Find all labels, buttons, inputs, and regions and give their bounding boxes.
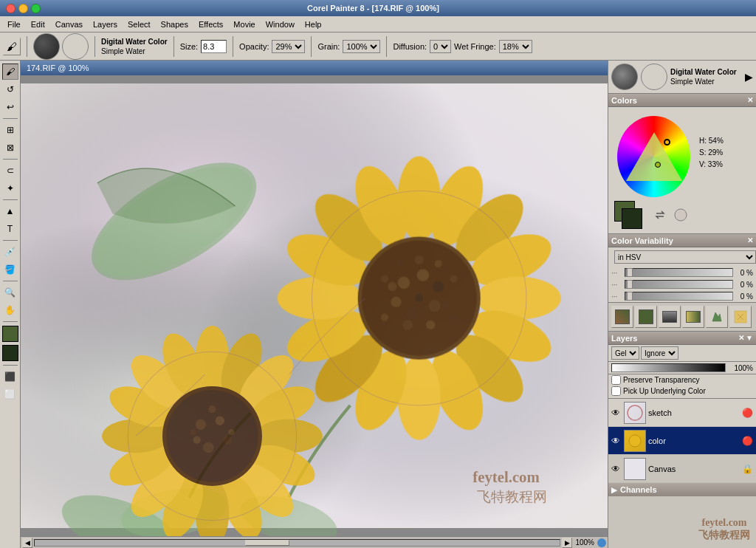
layers-menu-button[interactable]: ▼: [746, 334, 753, 342]
scroll-left-button[interactable]: ◀: [22, 538, 32, 548]
variability-thumb-1[interactable]: [627, 268, 633, 277]
zoom-tool[interactable]: 🔍: [2, 284, 18, 301]
layer-item-canvas[interactable]: 👁 Canvas 🔒: [608, 455, 756, 483]
colors-close-button[interactable]: ✕: [747, 96, 753, 104]
smear-tool[interactable]: ↺: [2, 81, 18, 97]
sketch-visibility-icon[interactable]: 👁: [611, 408, 622, 418]
composite-select[interactable]: Ignore: [641, 346, 678, 360]
color-visibility-icon[interactable]: 👁: [611, 436, 622, 446]
menu-layers[interactable]: Layers: [89, 18, 122, 30]
opacity-slider[interactable]: [611, 363, 726, 372]
s-value: S: 29%: [699, 147, 724, 159]
brush-type-icon[interactable]: [62, 33, 89, 60]
color-tool-3[interactable]: [659, 306, 681, 328]
svg-point-39: [414, 256, 423, 264]
variability-slider-1[interactable]: [625, 268, 733, 277]
close-button[interactable]: [6, 4, 16, 13]
background-color-swatch[interactable]: [2, 345, 18, 361]
layers-close-button[interactable]: ✕: [738, 334, 744, 342]
painting-canvas: feytel.com 飞特教程网 bitsCN.com: [21, 75, 608, 536]
pick-underlying-checkbox[interactable]: [611, 386, 621, 396]
foreground-color-swatch[interactable]: [2, 326, 18, 342]
horizontal-scrollbar[interactable]: ◀ ▶ 100%: [21, 536, 608, 548]
menu-effects[interactable]: Effects: [194, 18, 227, 30]
background-swatch[interactable]: [622, 208, 642, 229]
variability-close-button[interactable]: ✕: [747, 236, 753, 244]
wet-fringe-select[interactable]: 18%: [499, 40, 532, 53]
brush-category-label: Digital Water Color: [101, 37, 168, 47]
menu-shapes[interactable]: Shapes: [157, 18, 193, 30]
menu-file[interactable]: File: [3, 18, 25, 30]
color-options-button[interactable]: [673, 208, 688, 224]
svg-point-32: [405, 307, 418, 320]
brush-arrow-button[interactable]: ▶: [745, 71, 753, 83]
canvas-area[interactable]: feytel.com 飞特教程网 bitsCN.com: [21, 75, 608, 536]
crop-tool[interactable]: ⊞: [2, 122, 18, 138]
eyedropper-tool[interactable]: 💉: [2, 244, 18, 260]
color-tool-4[interactable]: [682, 306, 704, 328]
variability-mode-select[interactable]: in HSV: [614, 250, 756, 264]
text-tool[interactable]: T: [2, 221, 18, 237]
svg-point-42: [450, 275, 457, 282]
colors-panel-buttons[interactable]: ✕: [747, 96, 753, 104]
opacity-select[interactable]: 29%: [272, 40, 305, 53]
size-input[interactable]: [201, 40, 227, 53]
maximize-button[interactable]: [31, 4, 41, 13]
variability-dots-1: ···: [611, 269, 623, 277]
color-wheel-container[interactable]: [611, 110, 696, 195]
variability-thumb-3[interactable]: [627, 292, 633, 301]
transform-tool[interactable]: ⊠: [2, 140, 18, 156]
scroll-right-button[interactable]: ▶: [562, 538, 572, 548]
menu-help[interactable]: Help: [300, 18, 326, 30]
brush-preview-icon[interactable]: [33, 33, 60, 60]
scroll-thumb-h[interactable]: [245, 540, 289, 546]
svg-point-28: [398, 277, 410, 290]
menu-canvas[interactable]: Canvas: [51, 18, 87, 30]
variability-slider-2[interactable]: [625, 280, 733, 289]
grain-select[interactable]: 100%: [343, 40, 380, 53]
color-tool-1[interactable]: [611, 306, 633, 328]
lasso-tool[interactable]: ⊂: [2, 162, 18, 179]
menu-edit[interactable]: Edit: [27, 18, 49, 30]
layer-item-sketch[interactable]: 👁 sketch 🔴: [608, 399, 756, 427]
hand-tool[interactable]: ✋: [2, 302, 18, 318]
color-tool-5[interactable]: [706, 306, 728, 328]
magic-wand-tool[interactable]: ✦: [2, 180, 18, 196]
layers-panel-buttons[interactable]: ✕ ▼: [738, 334, 753, 342]
preserve-transparency-checkbox[interactable]: [611, 375, 621, 385]
swap-colors-button[interactable]: [653, 208, 667, 224]
variability-slider-3[interactable]: [625, 292, 733, 301]
minimize-button[interactable]: [18, 4, 28, 13]
color-tool-2[interactable]: [635, 306, 657, 328]
brush-icon[interactable]: [611, 64, 638, 90]
color-triangle[interactable]: [626, 132, 682, 181]
scroll-track-h[interactable]: [34, 539, 560, 547]
preserve-transparency-label: Preserve Transparency: [623, 376, 699, 384]
extra-tool-1[interactable]: ⬛: [2, 369, 18, 385]
undo-tool[interactable]: ↩: [2, 99, 18, 115]
canvas-visibility-icon[interactable]: 👁: [611, 464, 622, 474]
channels-arrow[interactable]: ▶: [611, 486, 617, 494]
menu-window[interactable]: Window: [261, 18, 299, 30]
right-panels: Digital Water Color Simple Water ▶ Color…: [608, 61, 756, 548]
menu-movie[interactable]: Movie: [229, 18, 259, 30]
diffusion-select[interactable]: 0: [430, 40, 451, 53]
layer-item-color[interactable]: 👁 color 🔴: [608, 427, 756, 455]
variability-thumb-2[interactable]: [627, 280, 633, 289]
blend-mode-select[interactable]: Gel: [611, 346, 639, 360]
brush-tool-button[interactable]: 🖌: [3, 38, 21, 55]
titlebar-controls-left[interactable]: [6, 4, 41, 13]
opacity-row: 100%: [608, 362, 756, 374]
toolbar: 🖌 Digital Water Color Simple Water Size:…: [0, 32, 756, 61]
color-wheel[interactable]: [617, 116, 690, 197]
paint-bucket-tool[interactable]: 🪣: [2, 261, 18, 278]
brush-preview[interactable]: [641, 64, 667, 90]
menu-select[interactable]: Select: [123, 18, 155, 30]
fill-tool[interactable]: ▲: [2, 203, 18, 219]
color-tool-6[interactable]: [729, 306, 752, 328]
channels-bar[interactable]: ▶ Channels: [608, 483, 756, 496]
brush-tool[interactable]: 🖌: [2, 64, 18, 80]
svg-point-29: [417, 269, 430, 281]
svg-point-44: [381, 313, 388, 321]
extra-tool-2[interactable]: ⬜: [2, 386, 18, 403]
